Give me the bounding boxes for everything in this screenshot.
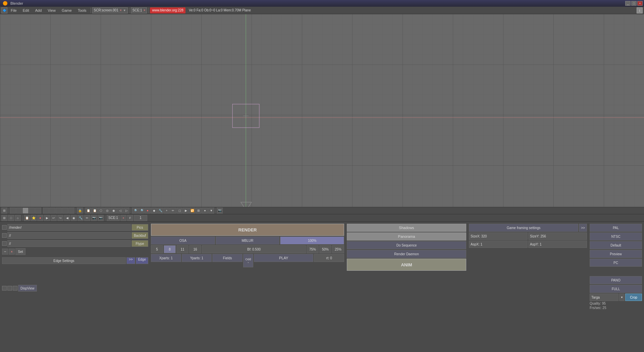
pc-button[interactable]: PC bbox=[590, 259, 642, 267]
rt-edit-icon[interactable]: ✏ bbox=[84, 215, 90, 221]
tb-dot-icon[interactable]: ● bbox=[202, 208, 208, 214]
rt-render-icon[interactable]: ▶ bbox=[44, 215, 50, 221]
tb-layer-6[interactable] bbox=[43, 208, 49, 214]
tb-magnet2-icon[interactable]: 🔎 bbox=[138, 208, 144, 214]
maximize-button[interactable]: □ bbox=[631, 1, 637, 6]
xparts-button[interactable]: Xparts: 1 bbox=[151, 254, 181, 262]
disp-checkbox-3[interactable] bbox=[13, 286, 17, 291]
targa-arrow[interactable]: ▼ bbox=[619, 294, 625, 301]
num-8-button[interactable]: 8 bbox=[164, 245, 176, 253]
anim-button[interactable]: ANIM bbox=[347, 259, 466, 271]
tb-cursor-icon[interactable]: + bbox=[164, 208, 170, 214]
tb-select-icon[interactable]: ◻ bbox=[176, 208, 182, 214]
aspy-input[interactable]: AspY: 1 bbox=[528, 240, 587, 248]
tb-layer-3[interactable] bbox=[22, 208, 29, 214]
fields-button[interactable]: Fields bbox=[212, 254, 243, 262]
tb-magnet-icon[interactable]: 🔎 bbox=[132, 208, 138, 214]
rt-back-icon[interactable]: ◀ bbox=[64, 215, 70, 221]
rt-grid-icon[interactable]: ⊞ bbox=[1, 215, 7, 221]
edge-arrow-button[interactable]: >> bbox=[126, 257, 135, 264]
targa-input[interactable]: Targa bbox=[590, 294, 619, 301]
disp-checkbox-1[interactable] bbox=[2, 286, 7, 291]
tb-loop-icon[interactable]: 🔁 bbox=[189, 208, 195, 214]
rt-save-icon[interactable]: 📷 bbox=[91, 215, 97, 221]
scene-selector[interactable]: SCE:1 × bbox=[131, 7, 147, 13]
tb-grid-icon[interactable]: ⊞ bbox=[196, 208, 202, 214]
pct50-button[interactable]: 50% bbox=[319, 245, 331, 253]
rt-scene-dropdown[interactable]: SCE:1 bbox=[107, 215, 120, 221]
url-bar[interactable]: www.blender.org:228 bbox=[150, 7, 185, 13]
rt-undo-icon[interactable]: ↩ bbox=[51, 215, 57, 221]
tb-record-icon[interactable]: ● bbox=[145, 208, 151, 214]
yparts-button[interactable]: Yparts: 1 bbox=[182, 254, 212, 262]
tb-snap-icon[interactable]: ⬡ bbox=[98, 208, 104, 214]
ntsc-button[interactable]: NTSC bbox=[590, 232, 642, 240]
menu-tools[interactable]: Tools bbox=[75, 8, 89, 13]
sizey-input[interactable]: SizeY: 256 bbox=[528, 232, 587, 240]
osa-button[interactable]: OSA bbox=[151, 236, 215, 245]
scene-close-icon[interactable]: × bbox=[144, 8, 146, 12]
default-button[interactable]: Default bbox=[590, 241, 642, 249]
edge-settings-dropdown[interactable]: Edge Settings bbox=[2, 257, 126, 264]
close-button[interactable]: × bbox=[637, 1, 643, 6]
screen-selector[interactable]: SCR:screen.001 × ▼ bbox=[92, 7, 128, 13]
sizex-input[interactable]: SizeX: 320 bbox=[469, 232, 528, 240]
set-x-button[interactable]: × bbox=[9, 249, 15, 255]
tb-layer-1[interactable] bbox=[10, 208, 16, 214]
tb-layer-2[interactable] bbox=[16, 208, 22, 214]
num-11-button[interactable]: 11 bbox=[176, 245, 189, 253]
tb-play-icon[interactable]: ▶ bbox=[183, 208, 189, 214]
ftype-checkbox[interactable] bbox=[2, 241, 7, 246]
tb-layer-icon[interactable]: ⊞ bbox=[1, 208, 7, 214]
tb-layer-10[interactable] bbox=[68, 208, 74, 214]
odd-button[interactable]: Odd × bbox=[243, 254, 253, 267]
tb-view3d-icon[interactable]: 📷 bbox=[217, 208, 223, 214]
tb-down-icon[interactable]: ▼ bbox=[208, 208, 214, 214]
info-icon[interactable]: i bbox=[637, 7, 643, 13]
full-button[interactable]: FULL bbox=[590, 285, 642, 293]
aspx-input[interactable]: AspX: 1 bbox=[469, 240, 528, 248]
tb-edit-icon[interactable]: ✏ bbox=[170, 208, 176, 214]
menu-add[interactable]: Add bbox=[33, 8, 45, 13]
pics-button[interactable]: Pics bbox=[131, 224, 148, 231]
tb-copy2-icon[interactable]: 📋 bbox=[92, 208, 98, 214]
crop-button[interactable]: Crop bbox=[625, 294, 642, 301]
rt-save2-icon[interactable]: 📷 bbox=[98, 215, 104, 221]
rt-pen-icon[interactable]: 🔧 bbox=[77, 215, 84, 221]
edge-button[interactable]: Edge bbox=[136, 257, 148, 264]
rt-redo-icon[interactable]: ↪ bbox=[57, 215, 63, 221]
play-button[interactable]: PLAY bbox=[254, 254, 313, 262]
set-minus-button[interactable]: − bbox=[2, 249, 8, 255]
pal-button[interactable]: PAL bbox=[590, 224, 642, 232]
tb-layer-4[interactable] bbox=[29, 208, 35, 214]
preview-button[interactable]: Preview bbox=[590, 250, 642, 258]
tb-lock-icon[interactable]: 🔒 bbox=[77, 208, 83, 214]
disp-checkbox-2[interactable] bbox=[7, 286, 12, 291]
rt-frame-input[interactable]: 1 bbox=[134, 215, 147, 221]
tb-prop2-icon[interactable]: ◉ bbox=[111, 208, 117, 214]
render-daemon-button[interactable]: Render Daemon bbox=[347, 250, 466, 258]
num-5-button[interactable]: 5 bbox=[151, 245, 163, 253]
screen-close-icon[interactable]: × bbox=[120, 8, 122, 12]
pct100-button[interactable]: 100% bbox=[280, 236, 344, 245]
rt-square-icon[interactable]: □ bbox=[8, 215, 14, 221]
tb-layer-5[interactable] bbox=[35, 208, 41, 214]
shadows-button[interactable]: Shadows bbox=[347, 224, 466, 232]
blender-icon[interactable]: 🔷 bbox=[1, 7, 7, 13]
rt-home-icon[interactable]: ⌂ bbox=[15, 215, 21, 221]
rt-cam-icon[interactable]: 📋 bbox=[24, 215, 30, 221]
tb-layer-7[interactable] bbox=[49, 208, 55, 214]
ftype-button[interactable]: Ftype bbox=[131, 240, 148, 247]
minimize-button[interactable]: _ bbox=[625, 1, 631, 6]
num-16-button[interactable]: 16 bbox=[189, 245, 201, 253]
pct25-button[interactable]: 25% bbox=[332, 245, 344, 253]
menu-file[interactable]: File bbox=[8, 8, 19, 13]
menu-game[interactable]: Game bbox=[59, 8, 74, 13]
mblur-button[interactable]: MBLUR bbox=[216, 236, 280, 245]
menu-edit[interactable]: Edit bbox=[20, 8, 32, 13]
game-framing-arrow[interactable]: >> bbox=[579, 224, 587, 232]
rt-scene-close[interactable]: × bbox=[120, 215, 126, 221]
tb-expand2-icon[interactable]: ▷ bbox=[123, 208, 129, 214]
backbuf-path-input[interactable] bbox=[7, 232, 131, 239]
rt-eye-icon[interactable]: ◉ bbox=[71, 215, 77, 221]
